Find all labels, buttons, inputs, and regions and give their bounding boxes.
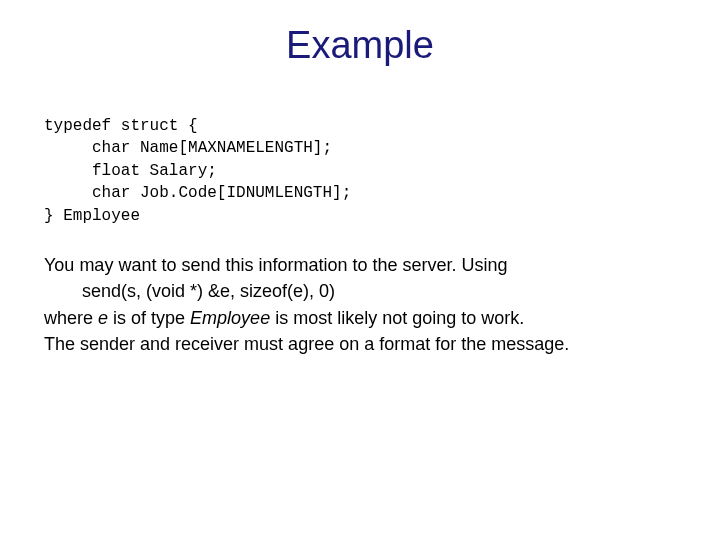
code-line-3: float Salary;	[44, 162, 217, 180]
code-line-1: typedef struct {	[44, 117, 198, 135]
paragraph-2: where e is of type Employee is most like…	[44, 306, 676, 330]
p2-part-e: is most likely not going to work.	[270, 308, 524, 328]
slide-title: Example	[44, 24, 676, 67]
p3-line-2: message.	[491, 334, 569, 354]
send-call-line: send(s, (void *) &e, sizeof(e), 0)	[44, 279, 676, 303]
p3-line-1: The sender and receiver must agree on a …	[44, 334, 486, 354]
p2-part-a: where	[44, 308, 98, 328]
code-line-4: char Job.Code[IDNUMLENGTH];	[44, 184, 351, 202]
code-block: typedef struct { char Name[MAXNAMELENGTH…	[44, 115, 676, 227]
code-line-5: } Employee	[44, 207, 140, 225]
slide: Example typedef struct { char Name[MAXNA…	[0, 0, 720, 540]
p2-var-e: e	[98, 308, 108, 328]
paragraph-1: You may want to send this information to…	[44, 253, 676, 277]
p2-part-c: is of type	[108, 308, 190, 328]
body-text: You may want to send this information to…	[44, 253, 676, 356]
p2-type-employee: Employee	[190, 308, 270, 328]
paragraph-3: The sender and receiver must agree on a …	[44, 332, 676, 356]
code-line-2: char Name[MAXNAMELENGTH];	[44, 139, 332, 157]
